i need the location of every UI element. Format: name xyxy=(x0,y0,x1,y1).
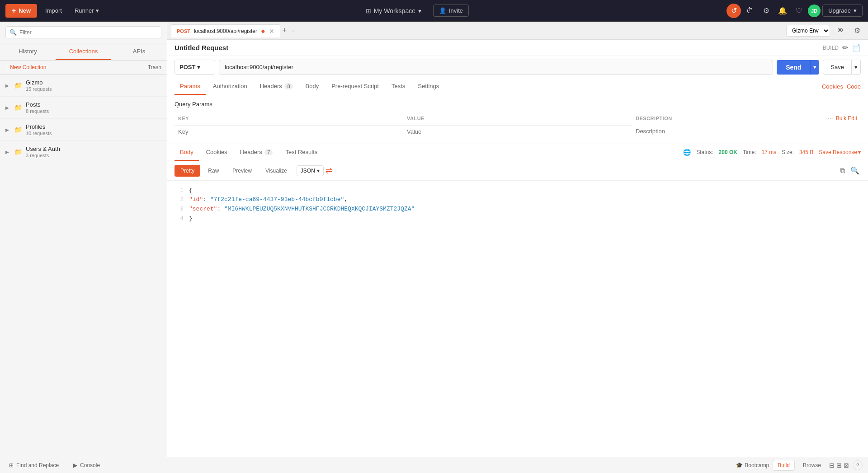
key-column-header: KEY xyxy=(175,112,403,125)
copy-response-button[interactable]: ⧉ xyxy=(839,165,846,176)
params-more-button[interactable]: ··· xyxy=(828,115,833,122)
code-line-1: 1 { xyxy=(175,186,861,196)
chevron-right-icon: ▶ xyxy=(5,150,9,155)
save-button[interactable]: Save xyxy=(823,60,852,75)
sidebar-actions: + New Collection Trash xyxy=(0,61,167,75)
trash-button[interactable]: Trash xyxy=(148,64,161,70)
tab-params[interactable]: Params xyxy=(175,78,206,95)
folder-icon: 📁 xyxy=(14,104,22,111)
chevron-right-icon: ▶ xyxy=(5,105,9,110)
search-icon: 🔍 xyxy=(9,29,17,36)
eye-button[interactable]: 👁 xyxy=(833,23,847,38)
tab-collections[interactable]: Collections xyxy=(56,43,111,60)
tab-settings[interactable]: Settings xyxy=(412,78,444,95)
layout-vertical-button[interactable]: ⊞ xyxy=(836,462,842,469)
value-column-header: VALUE xyxy=(403,112,632,125)
find-replace-button[interactable]: ⊞ Find and Replace xyxy=(5,460,62,470)
settings-panel-button[interactable]: ⚙ xyxy=(850,23,864,38)
time-label: Time: xyxy=(743,149,756,155)
save-dropdown-button[interactable]: ▾ xyxy=(852,60,861,75)
collection-item-gizmo[interactable]: ▶ 📁 Gizmo 15 requests xyxy=(0,75,167,97)
format-chevron-icon: ▾ xyxy=(317,168,320,174)
collection-item-posts[interactable]: ▶ 📁 Posts 8 requests xyxy=(0,97,167,119)
add-tab-button[interactable]: + xyxy=(280,26,289,35)
wrap-text-button[interactable]: ⇌ xyxy=(326,166,332,176)
format-selector[interactable]: JSON ▾ xyxy=(297,165,324,176)
tab-body[interactable]: Body xyxy=(300,78,325,95)
send-button[interactable]: Send xyxy=(777,60,810,75)
description-input[interactable] xyxy=(636,128,857,135)
tab-history[interactable]: History xyxy=(0,43,56,60)
tab-headers[interactable]: Headers 8 xyxy=(255,78,298,95)
fmt-tab-preview[interactable]: Preview xyxy=(226,165,258,177)
cookies-link[interactable]: Cookies xyxy=(822,83,843,90)
settings-button[interactable]: ⚙ xyxy=(759,4,774,18)
status-label: Status: xyxy=(696,149,713,155)
time-value: 17 ms xyxy=(762,149,777,155)
res-tab-body[interactable]: Body xyxy=(175,144,199,161)
workspace-button[interactable]: ⊞ My Workspace ▾ xyxy=(361,5,426,17)
edit-icon[interactable]: ✏ xyxy=(842,43,848,52)
help-button[interactable]: ? xyxy=(853,460,863,470)
search-response-button[interactable]: 🔍 xyxy=(849,165,861,176)
size-label: Size: xyxy=(782,149,794,155)
new-collection-button[interactable]: + New Collection xyxy=(5,64,46,70)
browse-button[interactable]: Browse xyxy=(798,460,826,470)
code-line-4: 4 } xyxy=(175,214,861,224)
url-input[interactable] xyxy=(219,60,773,75)
collection-count: 10 requests xyxy=(26,131,161,136)
code-link[interactable]: Code xyxy=(847,83,861,90)
layout-horizontal-button[interactable]: ⊟ xyxy=(829,462,835,469)
send-dropdown-button[interactable]: ▾ xyxy=(810,60,819,75)
res-tab-test-results[interactable]: Test Results xyxy=(280,144,323,161)
request-tab-url: localhost:9000/api/register xyxy=(194,28,257,34)
tab-tests[interactable]: Tests xyxy=(386,78,410,95)
collection-item-profiles[interactable]: ▶ 📁 Profiles 10 requests xyxy=(0,119,167,141)
table-row xyxy=(175,125,861,138)
sync-button[interactable]: ↺ xyxy=(726,4,741,18)
headers-badge: 8 xyxy=(284,83,292,89)
tab-close-icon[interactable]: ✕ xyxy=(269,28,274,35)
fmt-tab-pretty[interactable]: Pretty xyxy=(175,165,200,177)
res-tab-cookies[interactable]: Cookies xyxy=(201,144,233,161)
save-response-button[interactable]: Save Response ▾ xyxy=(819,149,861,155)
notifications-button[interactable]: 🔔 xyxy=(775,4,790,18)
invite-button[interactable]: 👤 Invite xyxy=(433,5,469,17)
fmt-tab-raw[interactable]: Raw xyxy=(202,165,225,177)
tab-authorization[interactable]: Authorization xyxy=(208,78,253,95)
new-button[interactable]: + New xyxy=(5,4,37,18)
res-tab-headers[interactable]: Headers 7 xyxy=(235,144,278,161)
collection-name: Gizmo xyxy=(26,79,161,86)
value-input[interactable] xyxy=(407,128,628,135)
collection-item-users-auth[interactable]: ▶ 📁 Users & Auth 3 requests xyxy=(0,141,167,163)
send-button-group: Send ▾ xyxy=(777,60,819,75)
build-button[interactable]: Build xyxy=(773,460,795,471)
console-button[interactable]: ▶ Console xyxy=(70,460,104,470)
document-icon[interactable]: 📄 xyxy=(852,43,861,52)
fmt-tab-visualize[interactable]: Visualize xyxy=(259,165,293,177)
upgrade-button[interactable]: Upgrade ▾ xyxy=(822,5,863,17)
method-selector[interactable]: POST ▾ xyxy=(175,60,215,75)
layout-full-button[interactable]: ⊠ xyxy=(844,462,849,469)
url-bar: POST ▾ Send ▾ Save ▾ xyxy=(175,60,861,75)
save-response-chevron-icon: ▾ xyxy=(858,149,861,155)
bootcamp-button[interactable]: 🎓 Bootcamp xyxy=(736,462,769,468)
key-input[interactable] xyxy=(178,128,400,135)
bulk-edit-button[interactable]: Bulk Edit xyxy=(836,115,857,122)
request-tab-active[interactable]: POST localhost:9000/api/register ● ✕ xyxy=(171,24,280,37)
favorites-button[interactable]: ♡ xyxy=(792,4,806,18)
collection-name: Posts xyxy=(26,101,161,108)
workspace-grid-icon: ⊞ xyxy=(366,7,371,14)
tab-pre-request-script[interactable]: Pre-request Script xyxy=(326,78,384,95)
folder-icon: 📁 xyxy=(14,148,22,155)
status-value: 200 OK xyxy=(719,149,737,155)
tab-apis[interactable]: APIs xyxy=(111,43,167,60)
runner-button[interactable]: Runner ▾ xyxy=(70,5,104,17)
more-tabs-button[interactable]: ··· xyxy=(288,28,298,34)
history-icon-button[interactable]: ⏱ xyxy=(743,4,757,18)
import-button[interactable]: Import xyxy=(41,5,66,17)
method-chevron-icon: ▾ xyxy=(197,64,200,70)
search-input[interactable] xyxy=(19,29,157,36)
workspace-center: ⊞ My Workspace ▾ 👤 Invite xyxy=(107,5,723,17)
env-selector[interactable]: Gizmo Env xyxy=(786,25,830,37)
